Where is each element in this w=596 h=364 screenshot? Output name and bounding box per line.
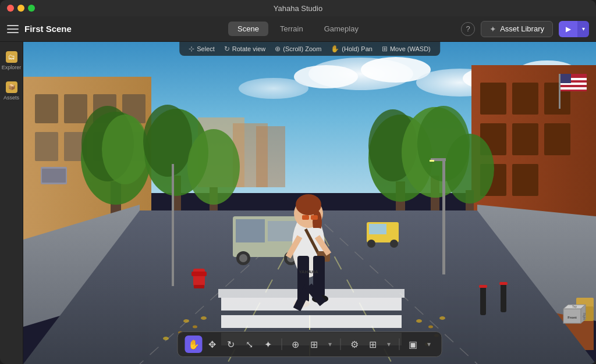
- settings-button[interactable]: ⚙: [346, 336, 363, 353]
- toolbar-right: ? ✦ Asset Library ▶ ▾: [368, 21, 589, 37]
- tab-gameplay[interactable]: Gameplay: [315, 22, 368, 36]
- scale-tool-button[interactable]: ⤡: [241, 336, 258, 353]
- help-button[interactable]: ?: [461, 22, 475, 36]
- hint-select-label: Select: [197, 45, 215, 52]
- svg-rect-111: [194, 285, 204, 288]
- sidebar-item-assets[interactable]: 📦 Assets: [1, 77, 22, 105]
- toolbar-separator-3: [399, 338, 400, 350]
- hint-rotate: ↻ Rotate view: [224, 45, 265, 53]
- move-icon: ⊞: [382, 45, 388, 53]
- svg-rect-22: [42, 169, 66, 183]
- hint-move: ⊞ Move (WASD): [382, 45, 431, 53]
- close-button[interactable]: [7, 5, 14, 12]
- explorer-label: Explorer: [2, 65, 22, 70]
- traffic-lights: [7, 5, 35, 12]
- hand-tool-button[interactable]: ✋: [185, 336, 203, 353]
- assets-label: Assets: [3, 95, 19, 101]
- orientation-cube[interactable]: Front Right Top: [558, 300, 587, 329]
- svg-point-54: [102, 115, 148, 184]
- svg-rect-105: [480, 286, 486, 315]
- object-tool-group: ⊕ ⊞ ▾: [287, 336, 336, 353]
- svg-rect-98: [369, 224, 386, 234]
- play-button[interactable]: ▶: [559, 21, 577, 37]
- svg-point-82: [201, 316, 207, 320]
- menu-button[interactable]: [7, 25, 19, 33]
- svg-rect-76: [221, 298, 402, 311]
- svg-rect-109: [193, 269, 205, 286]
- hint-zoom-label: (Scroll) Zoom: [283, 45, 321, 52]
- svg-rect-104: [172, 164, 174, 286]
- svg-rect-36: [560, 87, 587, 90]
- expand-button-1[interactable]: ▾: [324, 338, 336, 350]
- svg-rect-32: [559, 74, 560, 109]
- toolbar-separator-2: [340, 338, 341, 350]
- svg-text:Right: Right: [583, 313, 586, 320]
- svg-point-7: [239, 78, 308, 99]
- svg-rect-31: [512, 164, 538, 196]
- rotate-tool-button[interactable]: ↻: [222, 336, 240, 353]
- svg-rect-13: [35, 94, 58, 123]
- sidebar: 🗂 Explorer 📦 Assets: [0, 42, 23, 364]
- expand-button-2[interactable]: ▾: [383, 338, 395, 350]
- bottom-toolbar: ✋ ✥ ↻ ⤡ ✦ ⊕ ⊞ ▾ ⚙ ⊞ ▾ ▣ ▾: [178, 331, 442, 357]
- svg-point-67: [445, 134, 494, 204]
- svg-point-85: [416, 319, 422, 323]
- tab-terrain[interactable]: Terrain: [271, 22, 313, 36]
- transform-tool-button[interactable]: ✦: [260, 336, 277, 353]
- svg-point-81: [193, 326, 197, 329]
- grid-button[interactable]: ⊞: [364, 336, 382, 353]
- assets-icon: 📦: [6, 81, 17, 93]
- minimize-button[interactable]: [17, 5, 24, 12]
- svg-point-87: [439, 316, 445, 320]
- asset-library-button[interactable]: ✦ Asset Library: [481, 21, 553, 37]
- tab-scene[interactable]: Scene: [228, 22, 268, 36]
- app-body: 🗂 Explorer 📦 Assets: [0, 42, 596, 364]
- svg-rect-117: [311, 215, 318, 220]
- main-toolbar: First Scene Scene Terrain Gameplay ? ✦ A…: [0, 16, 596, 42]
- svg-rect-28: [512, 123, 538, 155]
- main-tool-group: ✋ ✥ ↻ ⤡ ✦: [185, 336, 277, 353]
- sidebar-item-explorer[interactable]: 🗂 Explorer: [1, 47, 22, 74]
- object-tool-2-button[interactable]: ⊞: [306, 336, 323, 353]
- maximize-button[interactable]: [28, 5, 35, 12]
- camera-group: ▣ ▾: [405, 336, 435, 353]
- play-button-group: ▶ ▾: [559, 21, 589, 37]
- settings-group: ⚙ ⊞ ▾: [346, 336, 395, 353]
- object-tool-1-button[interactable]: ⊕: [287, 336, 304, 353]
- tool-hints-bar: ⊹ Select ↻ Rotate view ⊕ (Scroll) Zoom ✋…: [179, 42, 440, 56]
- svg-point-59: [187, 129, 240, 205]
- svg-point-84: [163, 337, 169, 340]
- svg-rect-37: [560, 74, 571, 83]
- viewport[interactable]: CRANBERRY ST WILLOW ST ← ONE WAY ONE WAY…: [23, 42, 596, 364]
- svg-rect-107: [479, 285, 487, 288]
- star-icon: ✦: [489, 24, 496, 34]
- svg-rect-11: [256, 126, 285, 187]
- svg-rect-110: [191, 272, 207, 276]
- svg-point-86: [428, 326, 433, 329]
- hint-rotate-label: Rotate view: [232, 45, 265, 52]
- tab-bar: Scene Terrain Gameplay: [228, 22, 368, 36]
- explorer-icon: 🗂: [6, 51, 17, 63]
- svg-point-94: [239, 254, 247, 262]
- svg-rect-29: [544, 123, 570, 155]
- title-bar: Yahaha Studio: [0, 0, 596, 16]
- hint-zoom: ⊕ (Scroll) Zoom: [275, 45, 321, 53]
- hint-pan: ✋ (Hold) Pan: [331, 45, 372, 53]
- svg-rect-24: [480, 83, 506, 115]
- svg-rect-25: [512, 83, 538, 115]
- hint-pan-label: (Hold) Pan: [342, 45, 372, 52]
- svg-rect-116: [302, 215, 309, 220]
- zoom-icon: ⊕: [275, 45, 281, 53]
- play-dropdown-button[interactable]: ▾: [577, 21, 589, 37]
- svg-rect-17: [35, 132, 58, 161]
- expand-button-3[interactable]: ▾: [423, 338, 435, 350]
- svg-rect-14: [64, 94, 87, 123]
- window-title: Yahaha Studio: [274, 4, 322, 13]
- move-tool-button[interactable]: ✥: [204, 336, 221, 353]
- toolbar-separator-1: [282, 338, 282, 350]
- pan-icon: ✋: [331, 45, 339, 53]
- camera-button[interactable]: ▣: [405, 336, 422, 353]
- rotate-icon: ↻: [224, 45, 230, 53]
- svg-point-57: [143, 105, 192, 177]
- svg-rect-103: [430, 160, 434, 162]
